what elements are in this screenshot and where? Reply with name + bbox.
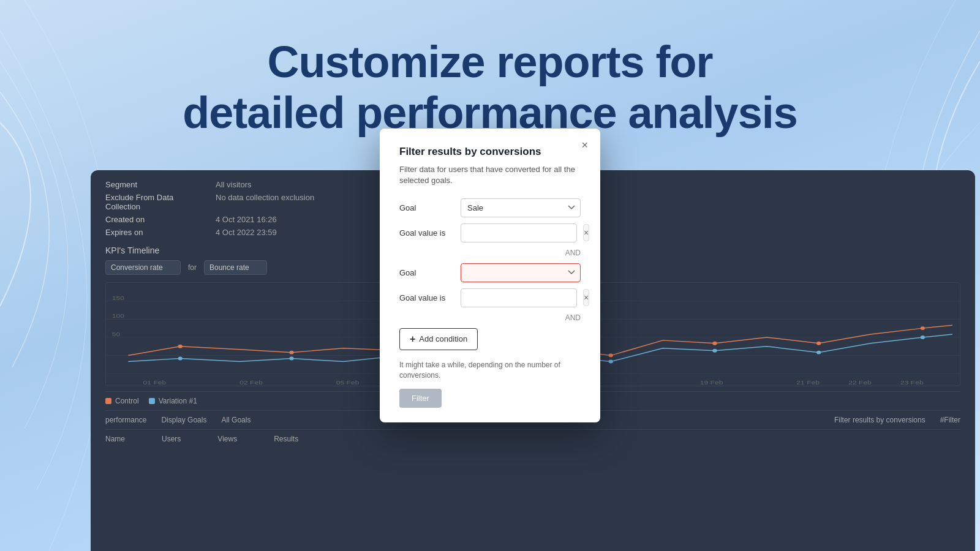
clear-icon: × xyxy=(584,228,589,238)
goal2-row: Goal xyxy=(399,263,581,282)
goal1-label: Goal xyxy=(399,203,454,212)
modal-title: Filter results by conversions xyxy=(399,146,581,158)
goal2-value-label: Goal value is xyxy=(399,293,454,302)
goal1-row: Goal Sale xyxy=(399,198,581,217)
goal2-select[interactable] xyxy=(461,263,581,282)
goal2-label: Goal xyxy=(399,268,454,277)
goal2-clear-button[interactable]: × xyxy=(583,289,589,306)
goal2-value-input[interactable] xyxy=(461,288,577,307)
goal1-value-row: Goal value is × xyxy=(399,223,581,242)
modal-subtitle: Filter data for users that have converte… xyxy=(399,164,581,186)
goal2-value-row: Goal value is × xyxy=(399,288,581,307)
goal1-value-label: Goal value is xyxy=(399,228,454,238)
plus-icon: + xyxy=(410,334,415,345)
and-label-2: AND xyxy=(399,313,581,322)
add-condition-label: Add condition xyxy=(419,334,467,343)
modal-overlay: × Filter results by conversions Filter d… xyxy=(0,0,980,551)
filter-button[interactable]: Filter xyxy=(399,389,442,408)
modal-close-button[interactable]: × xyxy=(579,137,590,153)
clear-icon-2: × xyxy=(584,293,589,302)
add-condition-button[interactable]: + Add condition xyxy=(399,328,478,350)
goal1-value-input[interactable] xyxy=(461,223,577,242)
and-label-1: AND xyxy=(399,249,581,257)
modal-note: It might take a while, depending on the … xyxy=(399,360,581,381)
goal1-select[interactable]: Sale xyxy=(461,198,581,217)
goal1-clear-button[interactable]: × xyxy=(583,224,589,241)
filter-modal: × Filter results by conversions Filter d… xyxy=(380,129,600,423)
